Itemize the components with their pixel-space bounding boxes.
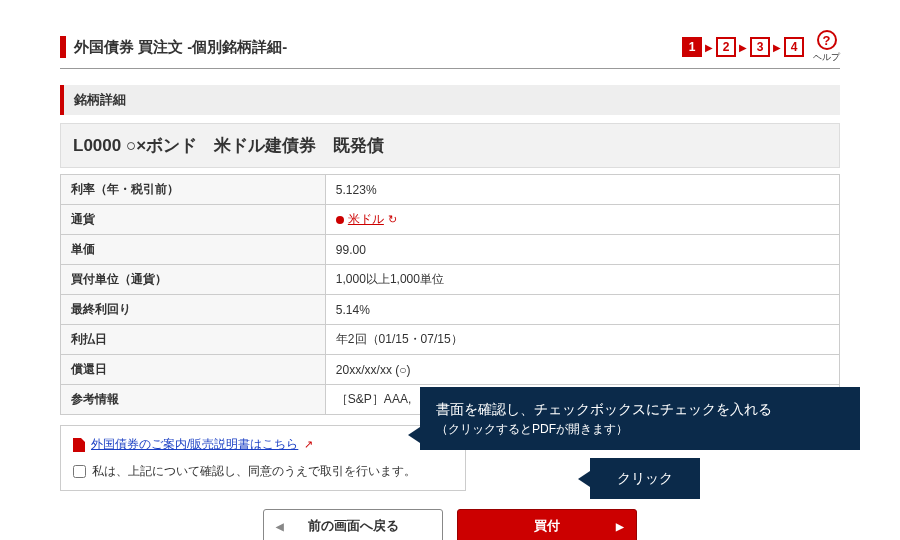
help-label: ヘルプ (813, 51, 840, 64)
table-row: 買付単位（通貨） 1,000以上1,000単位 (61, 265, 840, 295)
label-price: 単価 (61, 235, 326, 265)
step-arrow-icon: ▶ (705, 42, 713, 53)
pdf-icon (73, 438, 85, 452)
title-accent-bar (60, 36, 66, 58)
callout-1-line1: 書面を確認し、チェックボックスにチェックを入れる (436, 399, 844, 420)
step-arrow-icon: ▶ (773, 42, 781, 53)
table-row: 償還日 20xx/xx/xx (○) (61, 355, 840, 385)
value-price: 99.00 (325, 235, 839, 265)
label-paydate: 利払日 (61, 325, 326, 355)
page-title: 外国債券 買注文 -個別銘柄詳細- (74, 38, 287, 57)
question-icon: ? (817, 30, 837, 50)
page-header: 外国債券 買注文 -個別銘柄詳細- 1 ▶ 2 ▶ 3 ▶ 4 ? ヘルプ (60, 30, 840, 69)
back-button-label: 前の画面へ戻る (308, 517, 399, 535)
label-yield: 最終利回り (61, 295, 326, 325)
buy-button-label: 買付 (534, 517, 560, 535)
step-arrow-icon: ▶ (739, 42, 747, 53)
section-heading: 銘柄詳細 (60, 85, 840, 115)
callout-2-text: クリック (617, 470, 673, 486)
disclosure-box: 外国債券のご案内/販売説明書はこちら ↗ 私は、上記について確認し、同意のうえで… (60, 425, 466, 491)
external-link-icon: ↗ (304, 438, 313, 451)
button-row: ◀ 前の画面へ戻る 買付 ▶ (60, 509, 840, 540)
agree-row[interactable]: 私は、上記について確認し、同意のうえで取引を行います。 (73, 463, 453, 480)
instruction-callout-2: クリック (590, 458, 700, 499)
back-button[interactable]: ◀ 前の画面へ戻る (263, 509, 443, 540)
table-row: 最終利回り 5.14% (61, 295, 840, 325)
step-indicator: 1 ▶ 2 ▶ 3 ▶ 4 ? ヘルプ (682, 30, 840, 64)
step-3: 3 (750, 37, 770, 57)
buy-button[interactable]: 買付 ▶ (457, 509, 637, 540)
title-wrap: 外国債券 買注文 -個別銘柄詳細- (60, 36, 287, 58)
agree-label: 私は、上記について確認し、同意のうえで取引を行います。 (92, 463, 416, 480)
chevron-right-icon: ▶ (616, 521, 624, 532)
value-unit: 1,000以上1,000単位 (325, 265, 839, 295)
label-maturity: 償還日 (61, 355, 326, 385)
value-maturity: 20xx/xx/xx (○) (325, 355, 839, 385)
value-yield: 5.14% (325, 295, 839, 325)
doc-link-row: 外国債券のご案内/販売説明書はこちら ↗ (73, 436, 453, 453)
step-4: 4 (784, 37, 804, 57)
callout-1-line2: （クリックするとPDFが開きます） (436, 420, 844, 438)
agree-checkbox[interactable] (73, 465, 86, 478)
prospectus-link[interactable]: 外国債券のご案内/販売説明書はこちら (91, 436, 298, 453)
instruction-callout-1: 書面を確認し、チェックボックスにチェックを入れる （クリックするとPDFが開きま… (420, 387, 860, 450)
step-2: 2 (716, 37, 736, 57)
label-unit: 買付単位（通貨） (61, 265, 326, 295)
table-row: 利払日 年2回（01/15・07/15） (61, 325, 840, 355)
bullet-icon (336, 216, 344, 224)
table-row: 通貨 米ドル ↻ (61, 205, 840, 235)
table-row: 単価 99.00 (61, 235, 840, 265)
table-row: 利率（年・税引前） 5.123% (61, 175, 840, 205)
value-currency: 米ドル ↻ (325, 205, 839, 235)
step-1: 1 (682, 37, 702, 57)
currency-link[interactable]: 米ドル (348, 211, 384, 228)
value-paydate: 年2回（01/15・07/15） (325, 325, 839, 355)
refresh-icon[interactable]: ↻ (388, 213, 397, 226)
label-ref: 参考情報 (61, 385, 326, 415)
issue-title: L0000 ○×ボンド 米ドル建債券 既発債 (60, 123, 840, 168)
label-rate: 利率（年・税引前） (61, 175, 326, 205)
value-rate: 5.123% (325, 175, 839, 205)
chevron-left-icon: ◀ (276, 521, 284, 532)
help-button[interactable]: ? ヘルプ (813, 30, 840, 64)
details-table: 利率（年・税引前） 5.123% 通貨 米ドル ↻ 単価 99.00 買付単位（… (60, 174, 840, 415)
label-currency: 通貨 (61, 205, 326, 235)
